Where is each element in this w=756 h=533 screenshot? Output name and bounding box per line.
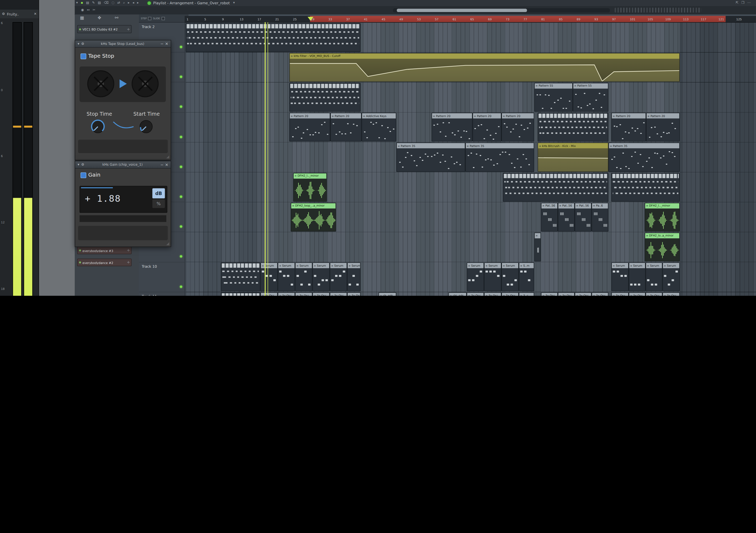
arrange-chevron-icon[interactable]: ▾ — [76, 0, 78, 6]
playlist-clip[interactable]: ≡3x Osc — [260, 292, 278, 296]
playlist-clip[interactable]: ≡kHs Filter - VOX_MID_BUS - Cutoff — [289, 53, 680, 82]
playlist-clip[interactable]: ≡chi..nds — [448, 292, 467, 296]
track-name[interactable]: Track 11 — [142, 294, 157, 296]
playlist-clip[interactable]: ≡Pattern 55 — [534, 83, 573, 112]
track-led[interactable] — [180, 106, 182, 108]
mute-tool-icon[interactable]: ◌ — [112, 0, 115, 6]
playlist-clip[interactable] — [186, 23, 361, 52]
playhead-marker-icon[interactable] — [308, 17, 313, 21]
playlist-clip[interactable]: ≡Pattern 35 — [608, 143, 680, 172]
playlist-clip[interactable]: ≡Pat..56 — [558, 203, 575, 232]
channel-led-icon[interactable] — [79, 28, 81, 30]
prev-arrow-icon[interactable]: ◂ — [132, 0, 134, 6]
close-icon[interactable]: ✕ — [165, 42, 168, 46]
zoom-ticks[interactable] — [615, 8, 702, 13]
playlist-clip[interactable]: ≡Serum — [662, 262, 680, 292]
playlist-clip[interactable]: ≡Pattern 20 — [646, 113, 680, 142]
zoom-tool-icon[interactable]: ⌕ — [123, 0, 125, 6]
resize-grip-icon[interactable]: ◢ — [166, 241, 169, 245]
channel-button-everybodydance2[interactable]: everybodydance #2 ✛ — [77, 259, 132, 266]
playlist-clip[interactable]: ≡3x Osc — [541, 292, 558, 296]
playlist-clip[interactable]: ≡DFH2_lo..a_minor — [644, 232, 680, 262]
grid-view-icon[interactable]: ▦ — [80, 15, 84, 21]
slip-tool-icon[interactable]: ⇄ — [118, 0, 120, 6]
playlist-clip[interactable]: ≡3..c — [519, 292, 534, 296]
playlist-clip[interactable]: ≡Pattern 20 — [501, 113, 534, 142]
playlist-clip[interactable]: ≡Serum — [260, 262, 278, 292]
track-header[interactable]: Track 11 — [139, 292, 184, 296]
playlist-clip[interactable]: ≡3x Osc — [646, 292, 662, 296]
gain-slider-track[interactable] — [81, 187, 113, 188]
playlist-clip[interactable]: ≡S..m — [519, 262, 534, 292]
playlist-clip[interactable]: ≡Pattern 35 — [465, 143, 534, 172]
minimize-icon[interactable]: ─ — [161, 163, 163, 167]
plugin-titlebar[interactable]: ▾ ⚙ kHs Tape Stop (Lead_bus) ─ ✕ — [75, 40, 171, 48]
playlist-clip[interactable]: ≡3x Osc — [629, 292, 646, 296]
playlist-clip[interactable]: ≡3x Osc — [611, 292, 629, 296]
playlist-clip[interactable]: ≡Serum — [646, 262, 662, 292]
stop-time-knob[interactable] — [90, 118, 106, 135]
playlist-clip[interactable]: ≡Pat..56 — [575, 203, 592, 232]
playlist-clip[interactable]: ≡3x Osc — [312, 292, 330, 296]
detach-icon[interactable]: ⇱ — [736, 0, 739, 6]
plugin-enable-checkbox[interactable] — [80, 172, 86, 178]
magnet-snap-icon[interactable]: ◉ — [81, 7, 84, 13]
playlist-clip[interactable]: ≡Serum — [484, 262, 501, 292]
playlist-clip[interactable]: ≡ch..nds — [378, 292, 396, 296]
playlist-clip[interactable]: ≡Serum — [295, 262, 312, 292]
playlist-clip[interactable]: ≡Serum — [278, 262, 295, 292]
channel-button-vec1[interactable]: VEC1 BD Clubby 63 #2 ✛ — [77, 25, 132, 34]
playlist-clip[interactable]: ≡Pattern 20 — [289, 113, 330, 142]
minimize-icon[interactable]: ─ — [161, 42, 163, 46]
link-tool-icon[interactable]: ⚯ — [115, 15, 119, 21]
playlist-clip[interactable]: ≡Serum — [312, 262, 330, 292]
track-led[interactable] — [180, 255, 182, 258]
playback-tool-icon[interactable]: ▸ — [128, 0, 129, 6]
percent-unit-button[interactable]: % — [152, 199, 165, 208]
playlist-clip[interactable] — [537, 113, 608, 142]
drag-handle-icon[interactable]: ✛ — [127, 27, 130, 31]
playlist-clip[interactable]: ≡3x Osc — [592, 292, 608, 296]
playlist-clip[interactable] — [221, 262, 260, 292]
move-tool-icon[interactable]: ✥ — [97, 15, 101, 21]
record-led-icon[interactable]: ▪ — [81, 0, 83, 6]
track-name[interactable]: Track 2 — [142, 25, 154, 29]
track-led[interactable] — [180, 136, 182, 138]
playlist-clip[interactable]: ≡3x Osc — [330, 292, 347, 296]
playlist-clip[interactable] — [503, 173, 608, 202]
playlist-clip[interactable]: ≡DFH2_l.._minor — [644, 203, 680, 232]
more-options-icon[interactable]: ⋯ — [747, 0, 751, 6]
playlist-clip[interactable]: ≡3x Osc — [467, 292, 484, 296]
playlist-clip[interactable]: ≡Serum — [330, 262, 347, 292]
playlist-clip[interactable]: ≡3x Osc — [295, 292, 312, 296]
playlist-clip[interactable]: ≡kHs Bitcrush - Kick - Mix — [537, 143, 608, 172]
chevron-down-icon[interactable]: ▾ — [78, 42, 79, 46]
brush-tool-icon[interactable]: ▨ — [98, 0, 101, 6]
pattern-grid-icon[interactable]: ▤ — [86, 0, 89, 6]
cut-icon[interactable]: ✂ — [93, 7, 95, 13]
playlist-clip[interactable]: ≡Pat..56 — [541, 203, 558, 232]
chevron-down-icon[interactable]: ▾ — [233, 0, 235, 6]
playlist-clip[interactable] — [289, 83, 361, 112]
stretch-icon[interactable]: ↔ — [87, 7, 90, 13]
db-unit-button[interactable]: dB — [152, 188, 165, 198]
playlist-clip[interactable]: ≡Serum — [501, 262, 519, 292]
close-icon[interactable]: ✕ — [165, 163, 168, 167]
channel-led-icon[interactable] — [79, 249, 81, 251]
track-led[interactable] — [180, 195, 182, 198]
playlist-clip[interactable]: ≡Serum — [467, 262, 484, 292]
track-led[interactable] — [180, 285, 182, 288]
playlist-clip[interactable]: ≡Serum — [347, 262, 361, 292]
playlist-clip[interactable]: ≡Pattern 20 — [472, 113, 501, 142]
playlist-clip[interactable]: ≡Pattern 35 — [396, 143, 465, 172]
playlist-clip[interactable]: ≡3x Osc — [662, 292, 680, 296]
next-arrow-icon[interactable]: ▸ — [137, 0, 139, 6]
pencil-tool-icon[interactable]: ✎ — [92, 0, 95, 6]
delete-tool-icon[interactable]: ⌫ — [104, 0, 109, 6]
playlist-clip[interactable] — [221, 292, 260, 296]
gear-icon[interactable]: ⚙ — [81, 42, 84, 46]
playlist-hscroll-track[interactable] — [393, 8, 610, 13]
playlist-clip[interactable]: ≡Addictive Keys — [362, 113, 396, 142]
playlist-clip[interactable]: ≡3x Osc — [558, 292, 575, 296]
track-header[interactable]: Track 10 — [139, 262, 184, 292]
